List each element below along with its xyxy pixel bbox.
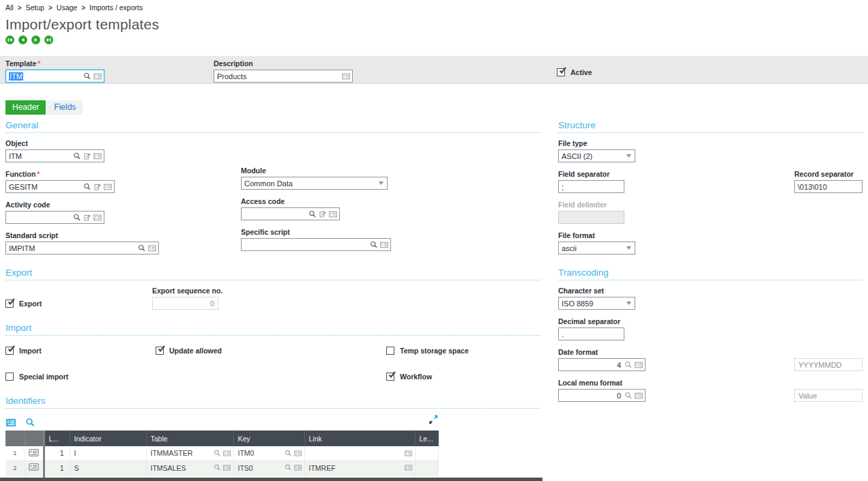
horizontal-scrollbar[interactable] bbox=[0, 478, 542, 481]
detail-icon[interactable] bbox=[294, 464, 302, 471]
access-code-input[interactable] bbox=[241, 207, 340, 220]
active-checkbox-box[interactable] bbox=[557, 68, 565, 76]
object-input[interactable]: ITM bbox=[5, 149, 104, 162]
table-row[interactable]: 1 1 I ITMMASTER ITM0 bbox=[5, 446, 438, 461]
breadcrumb-usage[interactable]: Usage bbox=[57, 3, 77, 12]
search-icon[interactable] bbox=[138, 244, 146, 252]
workflow-checkbox-box[interactable] bbox=[386, 373, 394, 381]
search-icon[interactable] bbox=[73, 214, 81, 222]
jump-icon[interactable] bbox=[83, 152, 91, 160]
previous-record-button[interactable] bbox=[18, 35, 27, 44]
template-input[interactable]: ITM bbox=[5, 70, 104, 83]
detail-icon[interactable] bbox=[380, 241, 388, 249]
update-allowed-checkbox-box[interactable] bbox=[156, 347, 164, 355]
detail-icon[interactable] bbox=[223, 450, 231, 457]
detail-icon[interactable] bbox=[635, 361, 643, 369]
detail-icon[interactable] bbox=[635, 392, 643, 400]
breadcrumb-imports-exports[interactable]: Imports / exports bbox=[89, 3, 143, 12]
cell-level[interactable]: 1 bbox=[44, 461, 70, 475]
search-icon[interactable] bbox=[83, 183, 91, 191]
active-checkbox[interactable]: Active bbox=[557, 68, 592, 76]
special-import-checkbox-box[interactable] bbox=[5, 373, 14, 381]
last-record-button[interactable] bbox=[44, 35, 53, 44]
cell-link[interactable] bbox=[304, 446, 415, 461]
jump-icon[interactable] bbox=[83, 214, 91, 222]
temp-storage-checkbox[interactable]: Temp storage space bbox=[386, 347, 540, 355]
activity-code-input[interactable] bbox=[5, 211, 104, 224]
workflow-checkbox[interactable]: Workflow bbox=[386, 373, 540, 381]
export-checkbox[interactable]: Export bbox=[5, 300, 152, 308]
cell-length[interactable] bbox=[415, 461, 438, 475]
character-set-select[interactable]: ISO 8859 bbox=[558, 297, 635, 310]
detail-icon[interactable] bbox=[405, 464, 412, 471]
cell-indicator[interactable]: I bbox=[70, 446, 146, 461]
standard-script-input[interactable]: IMPITM bbox=[5, 242, 159, 254]
cell-key[interactable]: ITM0 bbox=[233, 446, 304, 461]
first-record-button[interactable] bbox=[5, 35, 14, 44]
search-icon[interactable] bbox=[83, 72, 91, 81]
detail-icon[interactable] bbox=[93, 152, 102, 160]
detail-icon[interactable] bbox=[93, 214, 102, 222]
search-icon[interactable] bbox=[624, 361, 633, 369]
detail-icon[interactable] bbox=[93, 72, 102, 81]
cell-table[interactable]: ITMSALES bbox=[146, 461, 233, 475]
detail-icon[interactable] bbox=[294, 450, 302, 457]
date-format-input[interactable]: 4 bbox=[558, 358, 646, 371]
description-input[interactable]: Products bbox=[214, 70, 353, 83]
header-level[interactable]: L... bbox=[44, 431, 70, 446]
header-length[interactable]: Le... bbox=[415, 431, 438, 446]
detail-icon[interactable] bbox=[148, 244, 156, 252]
detail-icon[interactable] bbox=[223, 464, 231, 471]
field-separator-input[interactable]: ; bbox=[558, 180, 624, 193]
function-input[interactable]: GESITM bbox=[5, 180, 115, 193]
file-type-select[interactable]: ASCII (2) bbox=[558, 149, 635, 162]
record-separator-input[interactable]: \013\010 bbox=[794, 180, 863, 193]
search-icon[interactable] bbox=[624, 392, 633, 400]
module-select[interactable]: Common Data bbox=[241, 177, 388, 190]
detail-icon[interactable] bbox=[405, 450, 412, 457]
cell-table[interactable]: ITMMASTER bbox=[146, 446, 233, 461]
local-menu-format-input[interactable]: 0 bbox=[558, 389, 646, 402]
breadcrumb-setup[interactable]: Setup bbox=[26, 3, 44, 12]
search-icon[interactable] bbox=[285, 464, 292, 471]
header-key[interactable]: Key bbox=[233, 431, 304, 446]
header-indicator[interactable]: Indicator bbox=[70, 431, 146, 446]
search-icon[interactable] bbox=[214, 464, 221, 471]
tab-header[interactable]: Header bbox=[5, 100, 46, 115]
search-icon[interactable] bbox=[370, 241, 378, 249]
breadcrumb-all[interactable]: All bbox=[5, 3, 14, 12]
specific-script-input[interactable] bbox=[241, 238, 391, 251]
jump-icon[interactable] bbox=[319, 210, 327, 218]
special-import-checkbox[interactable]: Special import bbox=[5, 373, 156, 381]
import-checkbox-box[interactable] bbox=[5, 347, 14, 355]
search-icon[interactable] bbox=[308, 210, 317, 218]
update-allowed-checkbox[interactable]: Update allowed bbox=[156, 347, 386, 355]
expand-icon[interactable] bbox=[429, 415, 438, 424]
detail-icon[interactable] bbox=[329, 210, 337, 218]
tab-fields[interactable]: Fields bbox=[47, 100, 83, 115]
import-checkbox[interactable]: Import bbox=[5, 347, 156, 355]
cell-link[interactable]: ITMREF bbox=[304, 461, 415, 475]
table-row[interactable]: 2 1 S ITMSALES ITS0 ITMREF bbox=[5, 461, 438, 475]
cell-indicator[interactable]: S bbox=[70, 461, 146, 475]
temp-storage-checkbox-box[interactable] bbox=[386, 347, 394, 355]
cell-length[interactable] bbox=[415, 446, 438, 461]
search-icon[interactable] bbox=[25, 418, 35, 428]
cell-key[interactable]: ITS0 bbox=[233, 461, 304, 475]
next-record-button[interactable] bbox=[31, 35, 40, 44]
detail-icon[interactable] bbox=[342, 72, 350, 81]
header-link[interactable]: Link bbox=[304, 431, 415, 446]
detail-icon[interactable] bbox=[104, 183, 112, 191]
columns-icon[interactable] bbox=[5, 418, 16, 427]
export-checkbox-box[interactable] bbox=[5, 300, 14, 308]
header-table[interactable]: Table bbox=[146, 431, 233, 446]
decimal-separator-input[interactable]: . bbox=[558, 327, 624, 340]
cell-level[interactable]: 1 bbox=[44, 446, 70, 461]
search-icon[interactable] bbox=[214, 450, 221, 457]
row-detail-cell[interactable] bbox=[25, 461, 44, 475]
search-icon[interactable] bbox=[285, 450, 292, 457]
jump-icon[interactable] bbox=[93, 183, 102, 191]
search-icon[interactable] bbox=[73, 152, 81, 160]
row-detail-cell[interactable] bbox=[25, 446, 44, 461]
file-format-select[interactable]: ascii bbox=[558, 242, 635, 254]
